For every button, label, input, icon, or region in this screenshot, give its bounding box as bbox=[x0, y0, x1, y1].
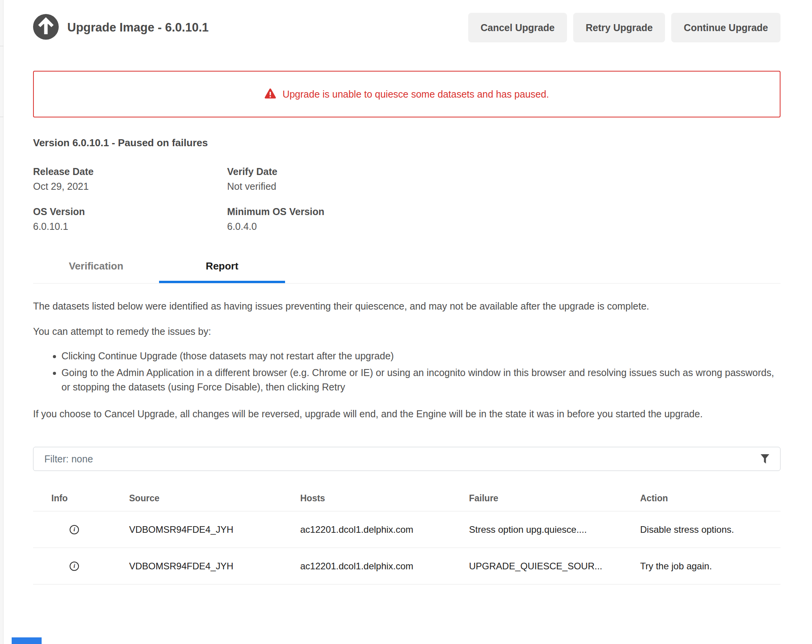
warning-triangle-icon bbox=[264, 88, 276, 100]
alert-message: Upgrade is unable to quiesce some datase… bbox=[282, 89, 549, 100]
action-cell: Disable stress options. bbox=[640, 524, 780, 535]
upgrade-arrow-icon bbox=[33, 14, 59, 41]
remedy-list: Clicking Continue Upgrade (those dataset… bbox=[33, 349, 780, 394]
header-actions: Cancel Upgrade Retry Upgrade Continue Up… bbox=[468, 13, 780, 42]
filter-bar[interactable]: Filter: none bbox=[33, 447, 780, 471]
source-cell: VDBOMSR94FDE4_JYH bbox=[129, 561, 300, 572]
min-os-version-label: Minimum OS Version bbox=[227, 206, 780, 217]
tab-report[interactable]: Report bbox=[159, 250, 285, 283]
verify-date-field: Verify Date Not verified bbox=[227, 166, 780, 192]
table-row[interactable]: i VDBOMSR94FDE4_JYH ac12201.dcol1.delphi… bbox=[33, 511, 780, 548]
continue-upgrade-button[interactable]: Continue Upgrade bbox=[671, 13, 780, 42]
release-date-field: Release Date Oct 29, 2021 bbox=[33, 166, 227, 192]
info-icon[interactable]: i bbox=[70, 562, 79, 571]
remedy-item-admin-app: Going to the Admin Application in a diff… bbox=[61, 366, 780, 394]
tab-verification[interactable]: Verification bbox=[33, 250, 159, 283]
release-date-value: Oct 29, 2021 bbox=[33, 181, 227, 192]
os-version-field: OS Version 6.0.10.1 bbox=[33, 206, 227, 232]
page-header: Upgrade Image - 6.0.10.1 Cancel Upgrade … bbox=[33, 13, 780, 42]
collapsed-sidebar-strip bbox=[0, 0, 4, 644]
failure-cell: UPGRADE_QUIESCE_SOUR... bbox=[469, 561, 640, 572]
col-header-action: Action bbox=[640, 493, 780, 504]
failures-table: Info Source Hosts Failure Action i VDBOM… bbox=[33, 486, 780, 584]
remedy-item-continue: Clicking Continue Upgrade (those dataset… bbox=[61, 349, 780, 363]
sidebar-divider bbox=[0, 117, 4, 117]
min-os-version-field: Minimum OS Version 6.0.4.0 bbox=[227, 206, 780, 232]
sidebar-divider bbox=[0, 46, 4, 46]
os-version-label: OS Version bbox=[33, 206, 227, 217]
hosts-cell: ac12201.dcol1.delphix.com bbox=[300, 524, 469, 535]
upgrade-page: Upgrade Image - 6.0.10.1 Cancel Upgrade … bbox=[0, 0, 812, 644]
cancel-upgrade-button[interactable]: Cancel Upgrade bbox=[468, 13, 567, 42]
quiesce-alert-banner: Upgrade is unable to quiesce some datase… bbox=[33, 71, 780, 117]
page-title: Upgrade Image - 6.0.10.1 bbox=[67, 21, 209, 35]
retry-upgrade-button[interactable]: Retry Upgrade bbox=[573, 13, 665, 42]
source-cell: VDBOMSR94FDE4_JYH bbox=[129, 524, 300, 535]
action-cell: Try the job again. bbox=[640, 561, 780, 572]
version-meta: Release Date Oct 29, 2021 Verify Date No… bbox=[33, 166, 780, 232]
remedy-lead-text: You can attempt to remedy the issues by: bbox=[33, 324, 780, 339]
hosts-cell: ac12201.dcol1.delphix.com bbox=[300, 561, 469, 572]
report-intro-text: The datasets listed below were identifie… bbox=[33, 299, 780, 313]
verify-date-label: Verify Date bbox=[227, 166, 780, 177]
verify-date-value: Not verified bbox=[227, 181, 780, 192]
failure-cell: Stress option upg.quiesce.... bbox=[469, 524, 640, 535]
info-icon[interactable]: i bbox=[70, 525, 79, 534]
col-header-hosts: Hosts bbox=[300, 493, 469, 504]
table-row[interactable]: i VDBOMSR94FDE4_JYH ac12201.dcol1.delphi… bbox=[33, 548, 780, 584]
release-date-label: Release Date bbox=[33, 166, 227, 177]
os-version-value: 6.0.10.1 bbox=[33, 221, 227, 232]
min-os-version-value: 6.0.4.0 bbox=[227, 221, 780, 232]
col-header-failure: Failure bbox=[469, 493, 640, 504]
table-body: i VDBOMSR94FDE4_JYH ac12201.dcol1.delphi… bbox=[33, 511, 780, 584]
cancel-note-text: If you choose to Cancel Upgrade, all cha… bbox=[33, 407, 764, 421]
col-header-source: Source bbox=[129, 493, 300, 504]
tab-bar: Verification Report bbox=[33, 250, 780, 284]
filter-value: Filter: none bbox=[44, 453, 761, 465]
version-status-heading: Version 6.0.10.1 - Paused on failures bbox=[33, 137, 780, 149]
table-header-row: Info Source Hosts Failure Action bbox=[33, 486, 780, 511]
filter-funnel-icon[interactable] bbox=[761, 454, 769, 464]
chat-launcher-cutoff[interactable] bbox=[12, 637, 42, 644]
col-header-info: Info bbox=[33, 493, 129, 504]
